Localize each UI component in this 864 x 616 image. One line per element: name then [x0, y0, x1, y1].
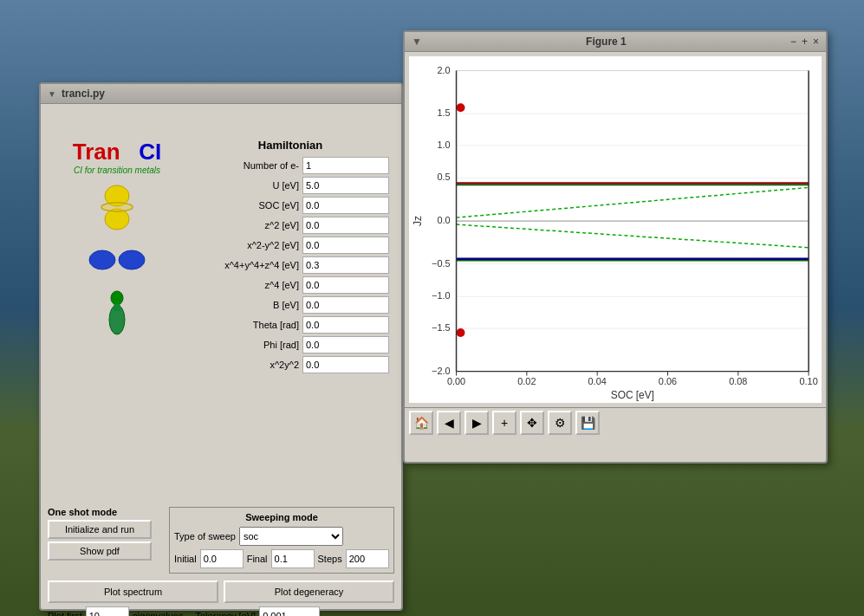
- logo-tran: Tran: [73, 139, 120, 165]
- sweeping-title: Sweeping mode: [174, 512, 389, 522]
- figure-window: ▼ Figure 1 − + ×: [403, 30, 828, 464]
- svg-text:1.0: 1.0: [437, 139, 450, 150]
- chart-svg: 2.0 1.5 1.0 0.5 0.0 −0.5 −1.0 −1.5 −2.0 …: [409, 56, 822, 403]
- svg-point-5: [119, 250, 145, 269]
- plot-spectrum-button[interactable]: Plot spectrum: [48, 580, 218, 603]
- form-row-U: U [eV]: [186, 177, 394, 194]
- input-U[interactable]: [302, 177, 389, 194]
- svg-text:0.0: 0.0: [437, 215, 450, 225]
- figure-toolbar: 🏠 ◀ ▶ + ✥ ⚙ 💾: [405, 407, 826, 438]
- sweeping-section: Sweeping mode Type of sweep soc U B Thet…: [169, 507, 394, 574]
- figure-title: Figure 1: [422, 36, 790, 48]
- figure-titlebar: ▼ Figure 1 − + ×: [405, 32, 826, 52]
- logo-subtitle: CI for transition metals: [74, 165, 160, 175]
- input-theta[interactable]: [302, 316, 389, 334]
- input-B[interactable]: [302, 296, 389, 314]
- steps-input[interactable]: [346, 549, 389, 568]
- orbital-dz2: [87, 184, 147, 231]
- svg-text:−1.5: −1.5: [432, 322, 450, 333]
- figure-close-button[interactable]: ×: [813, 36, 819, 48]
- eigenvalues-row: Plot first eigenvalues Tolerancy [eV]: [48, 606, 394, 616]
- orbital-dz4: [87, 289, 147, 337]
- form-row-SOC: SOC [eV]: [186, 197, 394, 214]
- final-input[interactable]: [271, 549, 315, 568]
- plot-first-label: Plot first: [48, 611, 82, 616]
- plot-buttons-row: Plot spectrum Plot degeneracy: [48, 580, 394, 603]
- label-theta: Theta [rad]: [186, 320, 299, 330]
- form-row-theta: Theta [rad]: [186, 316, 394, 334]
- orbital-dx2y2: [87, 237, 147, 284]
- input-x2y2[interactable]: [302, 237, 389, 254]
- svg-text:Jz: Jz: [412, 216, 424, 226]
- input-x4y4z4[interactable]: [302, 256, 389, 274]
- initialize-run-button[interactable]: Initialize and run: [48, 520, 152, 539]
- form-row-B: B [eV]: [186, 296, 394, 314]
- eigenvalues-label: eigenvalues: [133, 611, 184, 616]
- svg-point-3: [101, 203, 133, 211]
- svg-text:−0.5: −0.5: [432, 258, 450, 269]
- svg-text:0.06: 0.06: [659, 376, 677, 386]
- label-U: U [eV]: [186, 180, 299, 191]
- svg-text:0.08: 0.08: [729, 376, 747, 386]
- logo-section: Tran CI CI for transition metals: [73, 139, 162, 175]
- type-of-sweep-select[interactable]: soc U B Theta Phi: [239, 527, 343, 546]
- svg-text:−2.0: −2.0: [432, 366, 450, 376]
- hamiltonian-title: Hamiltonian: [186, 139, 394, 152]
- form-row-x2y2: x^2-y^2 [eV]: [186, 237, 394, 254]
- plot-first-input[interactable]: [86, 606, 129, 616]
- initial-input[interactable]: [200, 549, 244, 568]
- form-row-z4: z^4 [eV]: [186, 276, 394, 294]
- sweep-type-row: Type of sweep soc U B Theta Phi: [174, 527, 389, 546]
- svg-text:0.10: 0.10: [800, 376, 818, 386]
- toolbar-forward-button[interactable]: ▶: [464, 411, 489, 435]
- left-panel: Tran CI CI for transition metals: [48, 139, 186, 337]
- hamiltonian-panel: Hamiltonian Number of e- U [eV] SOC [eV]…: [186, 139, 394, 376]
- svg-text:0.00: 0.00: [447, 376, 465, 386]
- bottom-controls: One shot mode Initialize and run Show pd…: [48, 507, 394, 616]
- input-z4[interactable]: [302, 276, 389, 294]
- input-SOC[interactable]: [302, 197, 389, 214]
- tranci-title: tranci.py: [62, 88, 105, 100]
- svg-text:SOC [eV]: SOC [eV]: [611, 389, 654, 401]
- svg-point-26: [457, 328, 465, 337]
- input-x2y2-2[interactable]: [302, 356, 389, 373]
- svg-rect-8: [114, 304, 120, 311]
- input-z2[interactable]: [302, 217, 389, 234]
- figure-chart-area: 2.0 1.5 1.0 0.5 0.0 −0.5 −1.0 −1.5 −2.0 …: [409, 56, 822, 403]
- toolbar-back-button[interactable]: ◀: [437, 411, 461, 435]
- one-shot-label: One shot mode: [48, 507, 152, 517]
- toolbar-configure-button[interactable]: ⚙: [548, 411, 572, 435]
- svg-point-4: [89, 250, 115, 269]
- form-row-x4y4z4: x^4+y^4+z^4 [eV]: [186, 256, 394, 274]
- plot-degeneracy-button[interactable]: Plot degeneracy: [224, 580, 394, 603]
- form-row-num-electrons: Number of e-: [186, 157, 394, 174]
- svg-text:2.0: 2.0: [437, 66, 450, 76]
- tolerancy-input[interactable]: [259, 606, 320, 616]
- label-SOC: SOC [eV]: [186, 200, 299, 211]
- initial-label: Initial: [174, 554, 197, 564]
- form-row-phi: Phi [rad]: [186, 336, 394, 353]
- input-phi[interactable]: [302, 336, 389, 353]
- tranci-minimize-icon[interactable]: ▼: [48, 89, 56, 98]
- figure-minimize-button[interactable]: −: [790, 36, 796, 48]
- toolbar-zoom-button[interactable]: +: [492, 411, 516, 435]
- tranci-titlebar: ▼ tranci.py: [41, 84, 401, 104]
- show-pdf-button[interactable]: Show pdf: [48, 541, 152, 561]
- one-shot-group: One shot mode Initialize and run Show pd…: [48, 507, 152, 561]
- toolbar-save-button[interactable]: 💾: [575, 411, 600, 435]
- toolbar-home-button[interactable]: 🏠: [409, 411, 433, 435]
- input-num-electrons[interactable]: [302, 157, 389, 174]
- figure-maximize-button[interactable]: +: [802, 36, 808, 48]
- label-x4y4z4: x^4+y^4+z^4 [eV]: [186, 260, 299, 270]
- label-x2y2-2: x^2y^2: [186, 360, 299, 370]
- figure-menu-icon[interactable]: ▼: [412, 36, 422, 48]
- label-num-electrons: Number of e-: [186, 160, 299, 171]
- figure-controls: − + ×: [790, 36, 819, 48]
- type-of-sweep-label: Type of sweep: [174, 531, 236, 541]
- form-row-z2: z^2 [eV]: [186, 217, 394, 234]
- toolbar-pan-button[interactable]: ✥: [520, 411, 544, 435]
- form-row-x2y2-2: x^2y^2: [186, 356, 394, 373]
- svg-text:0.02: 0.02: [517, 376, 536, 386]
- label-phi: Phi [rad]: [186, 340, 299, 350]
- label-z4: z^4 [eV]: [186, 280, 299, 290]
